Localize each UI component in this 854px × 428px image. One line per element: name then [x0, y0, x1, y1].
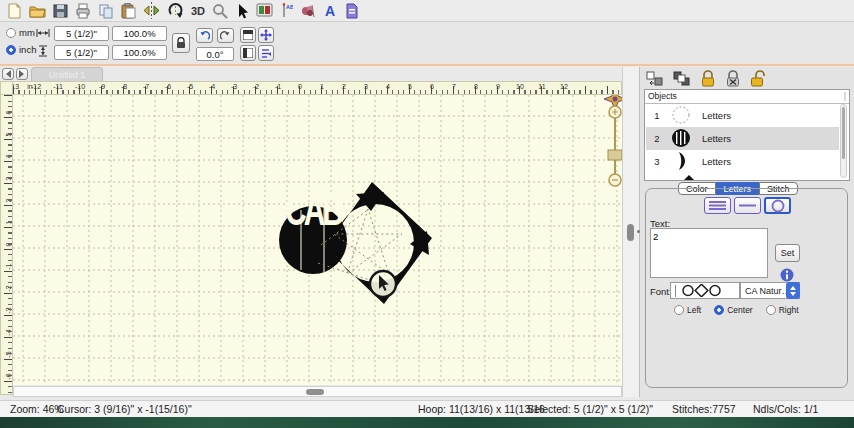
- center-design-button[interactable]: [258, 27, 274, 43]
- align-left-label: Left: [687, 305, 701, 315]
- circle-layout-icon: [771, 199, 785, 213]
- object-number: 2: [646, 133, 668, 144]
- lock-x-icon[interactable]: [725, 70, 741, 87]
- align-center-option[interactable]: Center: [714, 305, 753, 315]
- font-preview-caret: [675, 285, 676, 297]
- singleline-layout-button[interactable]: [734, 197, 761, 214]
- angle-field[interactable]: 0.0°: [196, 47, 234, 61]
- rotate-right-button[interactable]: [217, 28, 234, 43]
- align-center-radio[interactable]: [714, 305, 724, 315]
- vertical-ruler-major-ticks: [4, 95, 12, 394]
- stitch-order-icon: [261, 48, 272, 59]
- flip-horizontal-button[interactable]: [240, 45, 256, 61]
- objects-scrollbar-thumb[interactable]: [842, 107, 845, 159]
- move-center-icon: [260, 29, 272, 41]
- open-folder-icon[interactable]: [29, 3, 46, 19]
- save-icon[interactable]: [53, 3, 68, 19]
- rotate-left-button[interactable]: [196, 28, 213, 43]
- panel-splitter[interactable]: [622, 67, 640, 397]
- font-select-stepper[interactable]: [786, 282, 800, 299]
- multiline-layout-button[interactable]: [704, 197, 731, 214]
- library-icon[interactable]: [345, 3, 359, 19]
- zoom-tool-icon[interactable]: [212, 3, 228, 19]
- ungroup-icon[interactable]: [673, 71, 691, 87]
- circle-layout-button[interactable]: [764, 197, 791, 214]
- sew-simulate-icon[interactable]: [256, 3, 273, 18]
- monogram-merge-icon[interactable]: [300, 3, 316, 19]
- stepper-up-icon: [790, 283, 796, 290]
- lock-closed-icon[interactable]: [700, 70, 716, 87]
- align-right-option[interactable]: Right: [766, 305, 799, 315]
- paste-icon[interactable]: [121, 3, 136, 19]
- horizontal-scrollbar-thumb[interactable]: [306, 389, 324, 395]
- width-percent-field[interactable]: 100.0%: [112, 26, 167, 41]
- splitter-handle[interactable]: [627, 224, 634, 241]
- main-toolbar: 3D ABC A: [0, 0, 854, 22]
- object-row-3[interactable]: 3 Letters: [646, 150, 839, 173]
- rotate-right-icon: [220, 31, 231, 41]
- align-left-radio[interactable]: [674, 305, 684, 315]
- copy-icon[interactable]: [98, 3, 114, 19]
- object-label: Letters: [702, 156, 731, 167]
- plumb-tool[interactable]: [608, 106, 622, 186]
- object-row-1[interactable]: 1 Letters: [646, 104, 839, 127]
- info-icon[interactable]: [780, 268, 794, 282]
- objects-scrollbar[interactable]: [840, 104, 847, 178]
- right-arrow-icon: [19, 70, 28, 78]
- rotate-icon[interactable]: [167, 2, 184, 19]
- object-row-2[interactable]: 2 Letters: [646, 127, 839, 150]
- stepper-down-icon: [790, 292, 796, 299]
- toolbar-divider: [0, 64, 854, 66]
- flip-horizontal-icon[interactable]: [143, 2, 160, 19]
- aspect-lock-button[interactable]: [172, 33, 190, 53]
- height-value-field[interactable]: 5 (1/2)": [54, 45, 109, 60]
- design-canvas[interactable]: CAB N: [13, 95, 623, 385]
- flip-vertical-button[interactable]: [240, 27, 256, 43]
- lettering-icon[interactable]: ABC: [280, 2, 293, 19]
- tab-scroll-left-button[interactable]: [2, 68, 14, 80]
- status-ndls-cols: Ndls/Cols: 1/1: [753, 401, 818, 418]
- tab-scroll-right-button[interactable]: [16, 68, 28, 80]
- alignment-options: Left Center Right: [674, 305, 799, 315]
- new-document-icon[interactable]: [7, 3, 22, 19]
- flip-vertical-icon: [243, 30, 253, 40]
- monogram-circle-object[interactable]: CAB: [279, 185, 347, 274]
- three-d-view-icon[interactable]: 3D: [191, 5, 205, 17]
- object-thumbnail-monogram: [668, 128, 694, 149]
- svg-text:CAB: CAB: [285, 185, 343, 234]
- svg-text:ABC: ABC: [286, 4, 293, 10]
- status-cursor: Cursor: 3 (9/16)" x -1(15/16)": [57, 401, 192, 418]
- application-window: 3D ABC A mm inch 5 (1/2)" 100.0% 5 (1/2)…: [0, 0, 854, 428]
- font-preview: [670, 282, 740, 299]
- print-icon[interactable]: [75, 3, 91, 19]
- set-button[interactable]: Set: [775, 244, 800, 262]
- objects-header-divider: |: [844, 91, 846, 103]
- width-icon: [36, 28, 50, 38]
- document-tab[interactable]: Untitled 1: [31, 67, 103, 81]
- plumb-slider-handle[interactable]: [608, 150, 622, 160]
- lock-open-icon[interactable]: [750, 70, 768, 87]
- object-thumbnail-partial: [681, 174, 697, 181]
- properties-toolbar: mm inch 5 (1/2)" 100.0% 5 (1/2)" 100.0% …: [0, 22, 854, 64]
- objects-list-title: Objects: [648, 91, 677, 103]
- width-value-field[interactable]: 5 (1/2)": [54, 26, 109, 41]
- ruler-corner: [0, 81, 13, 95]
- unit-inch-label: inch: [19, 44, 36, 55]
- align-right-radio[interactable]: [766, 305, 776, 315]
- height-percent-field[interactable]: 100.0%: [112, 45, 167, 60]
- svg-text:A: A: [325, 3, 335, 19]
- text-tool-icon[interactable]: A: [323, 3, 338, 19]
- group-icon[interactable]: [646, 71, 664, 87]
- text-input[interactable]: 2: [650, 228, 768, 278]
- status-selected: Selected: 5 (1/2)" x 5 (1/2)": [527, 401, 653, 418]
- horizontal-scrollbar[interactable]: [13, 386, 622, 397]
- pointer-tool-icon[interactable]: [235, 3, 249, 19]
- unit-inch-radio[interactable]: [6, 45, 16, 55]
- stitch-order-button[interactable]: [258, 45, 274, 61]
- align-center-label: Center: [727, 305, 753, 315]
- right-panel: Objects | 1 Letters 2 Letters 3 Letters: [640, 67, 854, 400]
- canvas-cursor: [370, 271, 396, 297]
- objects-list: Objects | 1 Letters 2 Letters 3 Letters: [644, 89, 850, 181]
- unit-mm-radio[interactable]: [6, 28, 16, 38]
- align-left-option[interactable]: Left: [674, 305, 701, 315]
